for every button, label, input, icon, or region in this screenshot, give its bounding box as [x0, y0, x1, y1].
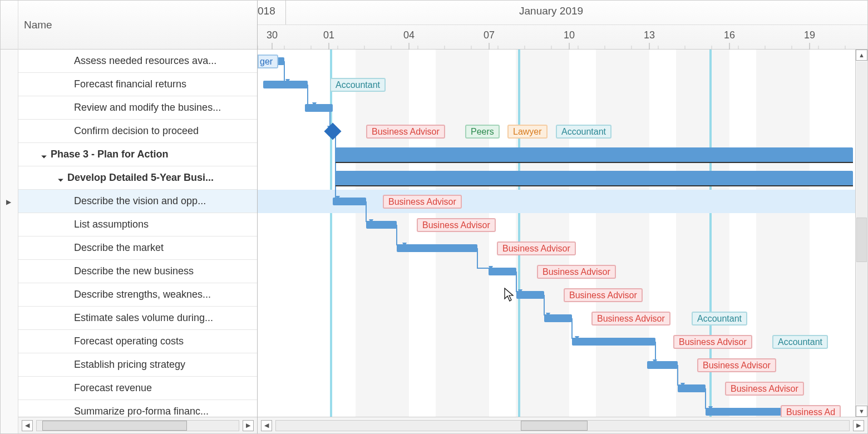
scroll-left-button[interactable]: ◀ — [22, 420, 33, 431]
month-label-prev: 018 — [258, 5, 275, 17]
gantt-task-bar[interactable] — [489, 268, 516, 275]
gantt-task-bar[interactable] — [544, 314, 572, 322]
minor-tick — [792, 46, 792, 50]
expand-toggle-icon[interactable] — [41, 151, 47, 158]
right-horizontal-scrollbar[interactable]: ◀ ▶ — [258, 417, 867, 433]
scroll-right-button[interactable]: ▶ — [853, 420, 864, 431]
resource-tag[interactable]: Accountant — [692, 312, 747, 326]
task-row[interactable]: Assess needed resources ava... — [18, 50, 257, 73]
resource-tag[interactable]: Business Advisor — [497, 241, 576, 255]
resource-tag[interactable]: Business Advisor — [564, 288, 643, 302]
task-row[interactable]: Forecast financial returns — [18, 73, 257, 96]
task-row[interactable]: List assumptions — [18, 213, 257, 236]
timescale-header: 018 January 2019 3001040710131619 — [258, 1, 867, 50]
task-name-label: Assess needed resources ava... — [74, 55, 257, 67]
scroll-track[interactable] — [275, 420, 850, 431]
gantt-task-bar[interactable] — [397, 244, 477, 252]
minor-tick — [338, 46, 338, 50]
gantt-chart-area[interactable]: gerAccountantBusiness AdvisorPeersLawyer… — [258, 50, 867, 417]
task-name-label: List assumptions — [74, 219, 257, 230]
gantt-task-bar[interactable] — [516, 291, 544, 299]
scroll-thumb[interactable] — [42, 421, 187, 431]
minor-tick — [445, 46, 445, 50]
vertical-scrollbar[interactable]: ▲ ▼ — [855, 50, 867, 417]
day-label: 30 — [267, 29, 278, 41]
resource-tag[interactable]: Business Ad — [781, 405, 841, 417]
day-label: 01 — [323, 29, 334, 41]
scroll-thumb[interactable] — [856, 218, 867, 262]
resource-tag[interactable]: Business Advisor — [366, 125, 445, 139]
gantt-task-bar[interactable] — [678, 384, 706, 392]
minor-tick — [685, 46, 685, 50]
task-name-label: Estimate sales volume during... — [74, 312, 257, 324]
minor-tick — [712, 46, 712, 50]
name-header-label: Name — [24, 19, 52, 31]
summary-baseline — [336, 185, 853, 186]
left-horizontal-scrollbar[interactable]: ◀ ▶ — [18, 417, 257, 433]
scroll-down-button[interactable]: ▼ — [856, 406, 867, 417]
task-row[interactable]: Develop Detailed 5-Year Busi... — [18, 166, 257, 190]
gantt-task-bar[interactable] — [366, 221, 397, 229]
day-tick — [569, 43, 570, 50]
task-name-label: Forecast financial returns — [74, 78, 257, 90]
scroll-track[interactable] — [36, 420, 239, 431]
gantt-task-bar[interactable] — [647, 361, 678, 369]
minor-tick — [391, 46, 392, 50]
resource-tag[interactable]: Lawyer — [507, 125, 548, 139]
task-row[interactable]: Forecast revenue — [18, 377, 257, 400]
day-tick — [489, 43, 490, 50]
task-name-panel: Name Assess needed resources ava...Forec… — [18, 1, 258, 433]
task-name-label: Describe strengths, weaknes... — [74, 289, 257, 300]
task-list: Assess needed resources ava...Forecast f… — [18, 50, 257, 417]
task-row[interactable]: Estimate sales volume during... — [18, 307, 257, 330]
day-label: 13 — [644, 29, 655, 41]
day-label: 16 — [724, 29, 735, 41]
task-row[interactable]: Establish pricing strategy — [18, 353, 257, 377]
minor-tick — [525, 46, 525, 50]
resource-tag[interactable]: Accountant — [772, 335, 828, 349]
resource-tag[interactable]: Peers — [465, 125, 500, 139]
scroll-thumb[interactable] — [521, 421, 588, 431]
resource-tag[interactable]: Business Advisor — [537, 265, 616, 279]
task-name-label: Establish pricing strategy — [74, 359, 257, 371]
resource-tag[interactable]: Business Advisor — [673, 335, 752, 349]
task-row[interactable]: Confirm decision to proceed — [18, 120, 257, 143]
task-row[interactable]: Describe the new business — [18, 260, 257, 283]
gantt-summary-bar[interactable] — [336, 147, 853, 162]
scroll-track[interactable] — [856, 62, 867, 405]
scroll-right-button[interactable]: ▶ — [243, 420, 254, 431]
task-row[interactable]: Phase 3 - Plan for Action — [18, 143, 257, 166]
task-name-label: Review and modify the busines... — [74, 102, 257, 114]
gantt-chart-panel: 018 January 2019 3001040710131619 gerAcc… — [258, 1, 867, 433]
name-column-header[interactable]: Name — [18, 1, 257, 50]
gantt-task-bar[interactable] — [333, 198, 366, 205]
scroll-left-button[interactable]: ◀ — [261, 420, 272, 431]
expand-toggle-icon[interactable] — [57, 175, 64, 181]
task-row[interactable]: Describe the vision and opp... — [18, 190, 257, 213]
gantt-task-bar[interactable] — [572, 338, 655, 346]
resource-tag[interactable]: Business Advisor — [697, 358, 776, 372]
task-row[interactable]: Forecast operating costs — [18, 330, 257, 353]
gantt-summary-bar[interactable] — [336, 171, 853, 185]
task-row[interactable]: Summarize pro-forma financ... — [18, 400, 257, 417]
gantt-row — [258, 50, 867, 73]
month-row: 018 January 2019 — [258, 1, 867, 25]
task-row[interactable]: Review and modify the busines... — [18, 96, 257, 120]
resource-tag[interactable]: ger — [258, 55, 278, 68]
gantt-task-bar[interactable] — [706, 408, 786, 416]
resource-tag[interactable]: Business Advisor — [725, 382, 804, 396]
resource-tag[interactable]: Accountant — [556, 125, 611, 139]
resource-tag[interactable]: Accountant — [330, 78, 386, 92]
resource-tag[interactable]: Business Advisor — [417, 218, 496, 232]
gantt-task-bar[interactable] — [305, 104, 333, 112]
day-tick — [409, 43, 410, 50]
resource-tag[interactable]: Business Advisor — [591, 312, 670, 326]
resource-tag[interactable]: Business Advisor — [383, 195, 462, 209]
task-row[interactable]: Describe the market — [18, 236, 257, 260]
day-label: 19 — [804, 29, 815, 41]
gantt-task-bar[interactable] — [263, 81, 308, 88]
minor-tick — [311, 46, 312, 50]
scroll-up-button[interactable]: ▲ — [856, 50, 867, 61]
task-name-label: Describe the new business — [74, 265, 257, 277]
task-row[interactable]: Describe strengths, weaknes... — [18, 283, 257, 307]
